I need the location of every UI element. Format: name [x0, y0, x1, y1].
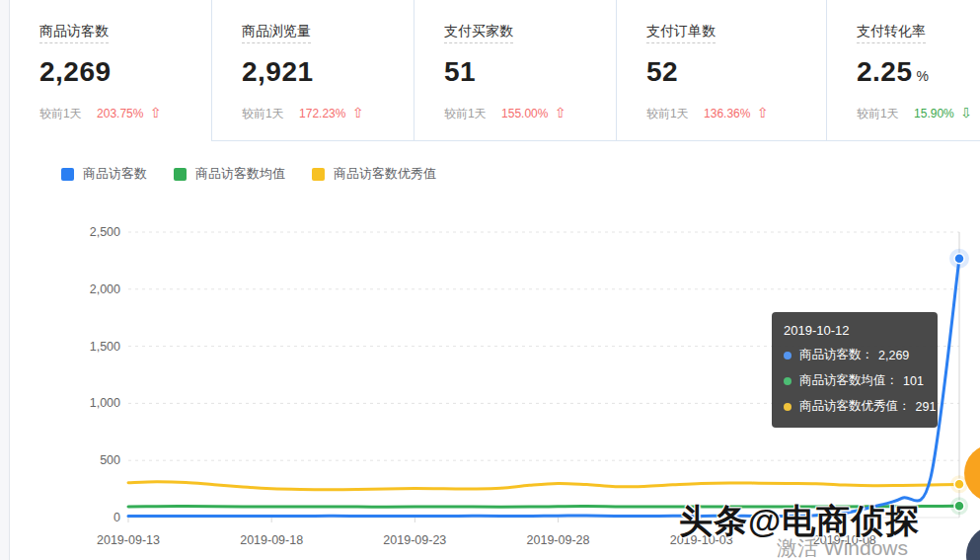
endpoint-marker	[954, 501, 964, 511]
metric-title: 商品浏览量	[242, 23, 311, 43]
y-axis-label: 2,500	[90, 225, 120, 239]
delta-percent: 15.90%	[914, 107, 954, 120]
y-axis-label: 1,500	[90, 340, 120, 354]
delta-percent: 155.00%	[501, 107, 548, 120]
tooltip-label: 商品访客数优秀值：	[799, 398, 911, 415]
legend-item-visitors[interactable]: 商品访客数	[61, 165, 147, 183]
y-axis-label: 2,000	[90, 282, 120, 296]
endpoint-marker	[954, 254, 964, 264]
tab-card-product-views[interactable]: 商品浏览量 2,921 较前1天 172.23% ⇧	[212, 0, 415, 141]
legend-swatch-icon	[312, 168, 325, 181]
compare-label: 较前1天	[444, 107, 487, 120]
delta-percent: 172.23%	[299, 107, 345, 120]
endpoint-marker	[954, 479, 964, 489]
tooltip-value: 2,269	[878, 349, 909, 362]
legend-label: 商品访客数优秀值	[334, 165, 436, 183]
x-axis-label: 2019-09-13	[97, 533, 160, 547]
tooltip-row: 商品访客数均值： 101	[784, 372, 926, 389]
compare-label: 较前1天	[242, 107, 284, 120]
tab-card-conversion-rate[interactable]: 支付转化率 2.25% 较前1天 15.90% ⇩	[827, 0, 980, 141]
tab-card-paying-buyers[interactable]: 支付买家数 51 较前1天 155.00% ⇧	[415, 0, 617, 141]
x-axis-label: 2019-09-28	[527, 533, 590, 547]
tooltip-date: 2019-10-12	[784, 323, 926, 338]
delta-percent: 203.75%	[97, 107, 143, 120]
tooltip-row: 商品访客数： 2,269	[784, 347, 926, 363]
series-dot-icon	[784, 377, 792, 385]
metric-title: 支付订单数	[646, 23, 716, 43]
tooltip-label: 商品访客数：	[799, 347, 873, 363]
tab-card-product-visitors[interactable]: 商品访客数 2,269 较前1天 203.75% ⇧	[10, 0, 212, 141]
compare-label: 较前1天	[857, 107, 899, 120]
metric-number: 2,921	[242, 56, 314, 87]
metric-value: 2.25%	[857, 56, 980, 88]
tooltip-value: 291	[916, 400, 937, 414]
y-axis-label: 500	[100, 453, 120, 467]
metric-unit: %	[917, 68, 930, 84]
metric-number: 52	[646, 56, 678, 87]
x-axis-label: 2019-09-23	[383, 533, 446, 547]
page-left-gutter	[0, 0, 10, 560]
up-arrow-icon: ⇧	[555, 105, 566, 120]
legend-swatch-icon	[174, 168, 187, 181]
compare-label: 较前1天	[39, 107, 82, 120]
legend-label: 商品访客数均值	[195, 165, 285, 183]
tooltip-row: 商品访客数优秀值： 291	[784, 398, 926, 415]
metric-value: 2,921	[242, 56, 414, 88]
legend-swatch-icon	[61, 168, 74, 181]
windows-activation-watermark: 激活 Windows	[777, 534, 908, 560]
chart-tooltip: 2019-10-12 商品访客数： 2,269 商品访客数均值： 101 商品访…	[772, 312, 938, 428]
y-axis-label: 0	[113, 511, 120, 524]
tab-card-payment-orders[interactable]: 支付订单数 52 较前1天 136.36% ⇧	[617, 0, 827, 141]
series-dot-icon	[784, 352, 792, 360]
x-axis-label: 2019-09-18	[240, 533, 303, 547]
metric-title: 支付买家数	[444, 23, 513, 43]
series-line-2	[128, 482, 959, 490]
metric-value: 52	[646, 56, 826, 88]
down-arrow-icon: ⇩	[960, 105, 972, 120]
legend-label: 商品访客数	[83, 165, 147, 183]
metric-number: 2,269	[39, 56, 112, 87]
up-arrow-icon: ⇧	[757, 105, 769, 120]
compare-label: 较前1天	[646, 107, 689, 120]
delta-percent: 136.36%	[704, 107, 750, 120]
chart-legend: 商品访客数 商品访客数均值 商品访客数优秀值	[61, 165, 436, 183]
series-dot-icon	[784, 403, 792, 411]
metric-value: 51	[444, 56, 616, 88]
tooltip-value: 101	[903, 374, 924, 388]
metric-value: 2,269	[39, 56, 211, 88]
up-arrow-icon: ⇧	[352, 105, 364, 120]
metric-title: 商品访客数	[39, 23, 109, 43]
y-axis-label: 1,000	[90, 396, 120, 410]
metric-tabstrip: 商品访客数 2,269 较前1天 203.75% ⇧ 商品浏览量 2,921 较…	[10, 0, 980, 141]
legend-item-average[interactable]: 商品访客数均值	[174, 165, 285, 183]
metric-number: 2.25	[857, 56, 913, 87]
up-arrow-icon: ⇧	[150, 105, 162, 120]
metric-number: 51	[444, 56, 476, 87]
tooltip-label: 商品访客数均值：	[799, 372, 898, 389]
legend-item-excellent[interactable]: 商品访客数优秀值	[312, 165, 436, 183]
metric-title: 支付转化率	[857, 23, 926, 43]
